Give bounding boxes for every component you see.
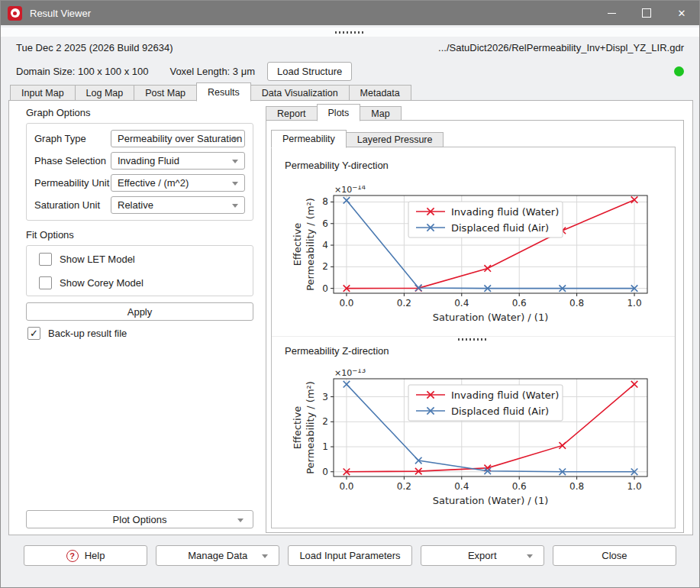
svg-text:0.8: 0.8: [569, 481, 584, 492]
chevron-down-icon: [232, 182, 238, 186]
tab-permeability[interactable]: Permeability: [271, 130, 347, 148]
phase-selection-row: Phase Selection Invading Fluid: [34, 152, 245, 170]
backup-result-row: ✓ Back-up result file: [26, 326, 253, 340]
top-splitter: [1, 27, 699, 37]
svg-text:1.0: 1.0: [627, 481, 641, 492]
backup-result-label: Back-up result file: [48, 328, 127, 339]
show-corey-model-checkbox[interactable]: [39, 276, 52, 289]
graph-options-panel: Graph Options Graph Type Permeability ov…: [26, 107, 253, 340]
header-info-row: Tue Dec 2 2025 (2026 Build 92634) .../Sa…: [16, 42, 684, 53]
permeability-unit-row: Permeability Unit Effective / (m^2): [34, 174, 245, 192]
permeability-unit-label: Permeability Unit: [34, 177, 109, 189]
svg-text:6: 6: [322, 218, 328, 229]
saturation-unit-value: Relative: [118, 199, 153, 211]
domain-row: Domain Size: 100 x 100 x 100 Voxel Lengt…: [16, 61, 684, 81]
tab-metadata[interactable]: Metadata: [349, 85, 411, 101]
result-file-path: .../SatuDict2026/RelPermeability_Inv+Dis…: [438, 42, 684, 53]
permeability-unit-value: Effective / (m^2): [118, 177, 189, 189]
svg-text:0: 0: [322, 467, 328, 477]
phase-selection-label: Phase Selection: [34, 155, 106, 166]
chevron-down-icon: [237, 519, 244, 522]
voxel-length-label: Voxel Length: 3 μm: [169, 66, 255, 77]
graph-type-select[interactable]: Permeability over Saturation: [111, 130, 245, 147]
manage-data-button[interactable]: Manage Data: [156, 545, 279, 566]
svg-text:Effective: Effective: [292, 406, 303, 450]
splitter-handle[interactable]: [335, 31, 366, 34]
chart-title-y-direction: Permeability Y-direction: [285, 160, 389, 171]
apply-button[interactable]: Apply: [26, 302, 253, 321]
svg-text:Permeability / (m²): Permeability / (m²): [305, 198, 316, 291]
show-corey-model-label: Show Corey Model: [60, 277, 144, 289]
splitter-handle[interactable]: [458, 338, 489, 341]
help-icon: ?: [66, 550, 79, 562]
saturation-unit-select[interactable]: Relative: [111, 196, 245, 214]
saturation-unit-row: Saturation Unit Relative: [34, 196, 245, 214]
title-bar: Result Viewer ✕: [1, 1, 699, 25]
window-controls: ✕: [594, 1, 699, 25]
svg-text:2: 2: [322, 261, 328, 272]
phase-selection-value: Invading Fluid: [118, 155, 179, 166]
permeability-plots-frame: Permeability Y-direction 0.00.20.40.60.8…: [271, 147, 676, 528]
load-input-parameters-label: Load Input Parameters: [299, 550, 400, 561]
svg-text:Invading fluid (Water): Invading fluid (Water): [451, 206, 559, 218]
chevron-down-icon: [232, 204, 238, 208]
minimize-icon: [608, 13, 616, 14]
fit-options-group: Show LET Model Show Corey Model: [26, 245, 253, 296]
show-let-model-label: Show LET Model: [60, 254, 135, 265]
graph-options-group: Graph Type Permeability over Saturation …: [26, 123, 253, 221]
results-page: Graph Options Graph Type Permeability ov…: [8, 100, 693, 535]
svg-text:Permeability / (m²): Permeability / (m²): [305, 381, 316, 474]
tab-plots[interactable]: Plots: [317, 104, 361, 121]
tab-results[interactable]: Results: [196, 82, 251, 102]
permeability-y-chart: 0.00.20.40.60.81.002468×10−14Saturation …: [282, 186, 666, 327]
phase-selection-select[interactable]: Invading Fluid: [111, 152, 245, 170]
tab-map[interactable]: Map: [360, 106, 401, 121]
svg-text:2: 2: [322, 416, 328, 427]
graph-type-label: Graph Type: [34, 133, 86, 144]
tab-report[interactable]: Report: [266, 106, 318, 121]
window-title: Result Viewer: [30, 8, 91, 19]
permeability-z-chart: 0.00.20.40.60.81.00123×10−13Saturation (…: [282, 369, 666, 510]
minimize-button[interactable]: [594, 1, 629, 25]
close-button[interactable]: ✕: [664, 1, 699, 25]
svg-text:Saturation (Water) / (1): Saturation (Water) / (1): [433, 312, 549, 323]
svg-text:1.0: 1.0: [627, 298, 641, 309]
export-button[interactable]: Export: [421, 545, 544, 566]
svg-text:0: 0: [322, 283, 328, 294]
svg-text:×10−14: ×10−14: [334, 186, 366, 195]
load-structure-button[interactable]: Load Structure: [267, 62, 352, 81]
svg-text:Displaced fluid (Air): Displaced fluid (Air): [451, 405, 549, 417]
close-icon: ✕: [678, 8, 686, 18]
help-button[interactable]: ? Help: [24, 545, 147, 566]
chevron-down-icon: [232, 160, 238, 163]
domain-size-label: Domain Size: 100 x 100 x 100: [16, 66, 148, 77]
backup-result-checkbox[interactable]: ✓: [27, 327, 40, 340]
svg-text:0.4: 0.4: [454, 298, 469, 309]
export-label: Export: [468, 550, 497, 561]
chevron-down-icon: [527, 554, 533, 558]
svg-text:0.2: 0.2: [397, 298, 411, 309]
svg-text:8: 8: [322, 196, 328, 207]
svg-text:0.0: 0.0: [339, 481, 353, 492]
tab-log-map[interactable]: Log Map: [75, 85, 135, 101]
svg-text:Effective: Effective: [292, 223, 303, 267]
maximize-button[interactable]: [629, 1, 664, 25]
close-dialog-label: Close: [602, 550, 627, 561]
permeability-unit-select[interactable]: Effective / (m^2): [111, 174, 245, 192]
close-dialog-button[interactable]: Close: [553, 545, 676, 566]
tab-input-map[interactable]: Input Map: [10, 85, 76, 101]
tab-post-map[interactable]: Post Map: [134, 85, 197, 101]
tab-data-visualization[interactable]: Data Visualization: [250, 85, 350, 101]
tab-layered-pressure[interactable]: Layered Pressure: [346, 132, 444, 147]
svg-text:4: 4: [322, 240, 328, 250]
load-input-parameters-button[interactable]: Load Input Parameters: [288, 545, 411, 566]
show-let-model-checkbox[interactable]: [39, 253, 52, 266]
footer-bar: ? Help Manage Data Load Input Parameters…: [1, 545, 699, 566]
app-icon: [8, 6, 22, 21]
plot-options-button[interactable]: Plot Options: [26, 510, 253, 528]
svg-text:1: 1: [322, 441, 328, 452]
show-let-model-row: Show LET Model: [34, 252, 245, 266]
plot-options-label: Plot Options: [113, 514, 167, 525]
svg-text:3: 3: [322, 392, 328, 402]
svg-text:Displaced fluid (Air): Displaced fluid (Air): [451, 222, 549, 234]
